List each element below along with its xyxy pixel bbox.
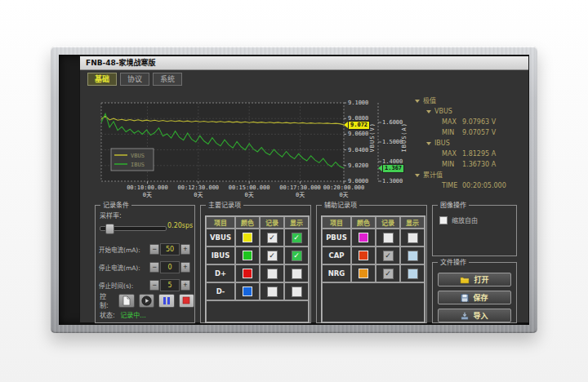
column-header: 项目 [206, 216, 235, 229]
aux-record-items-panel: 辅助记录项 项目颜色记录显示PBUSCAP✓NRG✓ [316, 205, 427, 323]
stop-button[interactable] [179, 294, 194, 308]
item-name-cell: PBUS [322, 229, 351, 247]
plus-button[interactable]: + [180, 262, 190, 273]
file-buttons: 打开保存导入 [438, 273, 511, 322]
button-label: 保存 [473, 292, 488, 303]
tree-row-极值: 极值 [407, 96, 529, 106]
table-row-d-: D- [206, 282, 309, 300]
y-right-tick: 1.5000 [382, 139, 403, 145]
button-label: 打开 [474, 274, 488, 285]
panel-title: 主要记录项 [206, 201, 243, 210]
tab-basic[interactable]: 基础 [87, 73, 117, 86]
x-tick-day: 0天 [223, 192, 275, 198]
record-checkbox[interactable]: ✓ [267, 233, 278, 243]
display-checkbox[interactable] [408, 233, 418, 243]
table-row-d+: D+ [206, 264, 309, 282]
color-swatch[interactable] [359, 269, 368, 278]
display-checkbox[interactable] [408, 269, 418, 279]
chevron-down-icon[interactable] [426, 142, 431, 145]
display-checkbox[interactable]: ✓ [292, 251, 302, 261]
display-checkbox[interactable]: ✓ [292, 233, 302, 243]
sample-rate-slider[interactable] [100, 226, 167, 231]
tree-value: 00:20:05.000 [462, 180, 506, 191]
new-record-button[interactable] [118, 294, 134, 308]
play-button[interactable] [139, 294, 154, 308]
chevron-down-icon[interactable] [426, 110, 431, 113]
tab-protocol[interactable]: 协议 [120, 73, 149, 86]
y-left-tick: 9.0400 [348, 147, 368, 153]
control-label: 控制: [100, 291, 114, 309]
item-name-cell: VBUS [206, 229, 235, 247]
tree-value: 9.07963 V [462, 117, 496, 127]
open-button[interactable]: 打开 [438, 273, 511, 286]
item-name-cell: IBUS [206, 247, 235, 264]
tree-value: 9.07057 V [462, 127, 496, 138]
tree-row-max: MAX1.81295 A [407, 149, 529, 159]
color-swatch[interactable] [243, 251, 252, 260]
record-checkbox[interactable]: ✓ [267, 251, 278, 261]
display-checkbox[interactable] [292, 286, 302, 297]
status-value: 记录中... [120, 312, 146, 319]
stop-icon [182, 296, 190, 304]
spinner-label: 停止时间(s): [99, 281, 149, 290]
chart[interactable]: VBUSIBUS9.10009.08009.06009.04009.02009.… [100, 100, 412, 204]
chevron-down-icon[interactable] [415, 100, 420, 103]
slider-handle[interactable] [105, 224, 114, 234]
display-checkbox[interactable] [292, 269, 302, 279]
document-icon [122, 295, 131, 306]
save-button[interactable]: 保存 [438, 291, 511, 304]
sample-rate-label: 采样率: [100, 211, 122, 220]
table-row-nrg: NRG✓ [322, 264, 425, 282]
stats-tree: 极值VBUSMAX9.07963 VMIN9.07057 VIBUSMAX1.8… [407, 96, 529, 191]
plus-button[interactable]: + [180, 280, 190, 291]
marker-ibus: 1.367 [382, 164, 404, 173]
plus-button[interactable]: + [180, 244, 190, 255]
x-tick-time: 00:10:00.000 [121, 184, 173, 191]
record-checkbox[interactable]: ✓ [383, 251, 394, 261]
import-button[interactable]: 导入 [438, 309, 511, 322]
pause-icon [163, 296, 171, 305]
record-checkbox[interactable]: ✓ [383, 269, 394, 279]
x-tick-day: 0天 [172, 192, 225, 198]
tree-label: 累计值 [423, 171, 443, 179]
minus-button[interactable]: − [149, 244, 159, 255]
column-header: 颜色 [351, 216, 376, 229]
zoom-free-checkbox[interactable] [439, 216, 448, 224]
minus-button[interactable]: − [149, 262, 159, 273]
tab-system[interactable]: 系统 [153, 73, 182, 86]
display-checkbox[interactable] [408, 251, 418, 261]
color-swatch[interactable] [243, 269, 252, 278]
y-left-tick: 9.0600 [348, 131, 368, 137]
color-swatch[interactable] [359, 233, 368, 242]
tree-value: 1.36730 A [462, 159, 496, 170]
image-operations-panel: 图像操作 缩放自由 [432, 205, 517, 256]
column-header: 记录 [376, 216, 400, 229]
monitor-bezel: FNB-48-家境战寒版 基础协议系统 VBUSIBUS9.10009.0800… [51, 47, 537, 333]
app-window: FNB-48-家境战寒版 基础协议系统 VBUSIBUS9.10009.0800… [79, 56, 529, 323]
spinner-value: 50 [160, 243, 180, 255]
tree-value: 1.81295 A [462, 149, 496, 159]
color-swatch[interactable] [359, 251, 368, 260]
legend-label: IBUS [131, 162, 145, 168]
record-checkbox[interactable] [383, 233, 394, 243]
pause-button[interactable] [158, 294, 174, 308]
tree-row-vbus: VBUS [407, 106, 529, 117]
minus-button[interactable]: − [149, 280, 159, 291]
y-left-tick: 9.1000 [348, 100, 368, 106]
x-tick-day: 0天 [121, 192, 173, 198]
record-checkbox[interactable] [267, 269, 278, 279]
column-header: 显示 [400, 216, 425, 229]
y-left-axis-title: VBUS(V) [369, 122, 376, 153]
record-checkbox[interactable] [267, 286, 278, 297]
chevron-down-icon[interactable] [415, 174, 420, 177]
tree-label: VBUS [434, 108, 452, 115]
control-row: 控制: [100, 291, 194, 309]
panel-title: 图像操作 [438, 201, 469, 210]
tree-row-max: MAX9.07963 V [407, 117, 529, 127]
color-swatch[interactable] [243, 286, 252, 296]
table-empty-area [322, 282, 425, 322]
zoom-free-label: 缩放自由 [452, 215, 478, 224]
main-record-items-panel: 主要记录项 项目颜色记录显示VBUS✓✓IBUS✓✓D+D- [200, 205, 311, 323]
color-swatch[interactable] [243, 233, 252, 242]
tree-label: MAX [442, 118, 457, 126]
